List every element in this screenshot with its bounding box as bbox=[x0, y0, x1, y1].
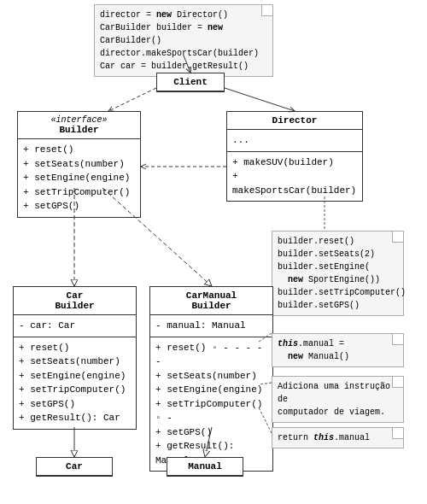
note-manual-l1: this.manual = bbox=[278, 337, 398, 350]
builder-method-1: + reset() bbox=[23, 143, 135, 157]
cmb-method-4: + setTripComputer() ◦ - bbox=[155, 397, 267, 425]
note-make-l4: new SportEngine()) bbox=[278, 273, 398, 286]
cmb-method-3: + setEngine(engine) bbox=[155, 383, 267, 397]
note-adiciona: Adiciona uma instrução de computador de … bbox=[272, 376, 404, 423]
carbuilder-method-2: + setSeats(number) bbox=[19, 355, 131, 369]
note-make-l1: builder.reset() bbox=[278, 235, 398, 248]
note-adiciona-l1: Adiciona uma instrução de bbox=[278, 380, 398, 406]
director-box: Director ... + makeSUV(builder) + makeSp… bbox=[226, 111, 363, 202]
arrow-client-to-director bbox=[225, 88, 295, 111]
note-make-l3: builder.setEngine( bbox=[278, 261, 398, 273]
cmb-method-1: + reset() ◦ - - - - - bbox=[155, 341, 267, 369]
cmb-method-2: + setSeats(number) bbox=[155, 369, 267, 384]
carbuilder-methods: + reset() + setSeats(number) + setEngine… bbox=[14, 337, 136, 429]
director-method-1: + makeSUV(builder) bbox=[232, 155, 357, 170]
director-title: Director bbox=[227, 112, 362, 130]
carbuilder-method-1: + reset() bbox=[19, 341, 131, 355]
note-manual: this.manual = new Manual() bbox=[272, 333, 404, 367]
note-top: director = new Director() CarBuilder bui… bbox=[94, 4, 273, 77]
manual-title: Manual bbox=[167, 458, 243, 476]
builder-title-text: Builder bbox=[59, 125, 98, 135]
client-title: Client bbox=[157, 73, 224, 91]
carbuilder-box: CarBuilder - car: Car + reset() + setSea… bbox=[13, 286, 137, 430]
carbuilder-section1: - car: Car bbox=[14, 315, 136, 337]
director-method-2: + makeSportsCar(builder) bbox=[232, 169, 357, 197]
director-section1: ... bbox=[227, 130, 362, 152]
note-top-line3: director.makeSportsCar(builder) bbox=[100, 47, 267, 60]
builder-method-3: + setEngine(engine) bbox=[23, 171, 135, 185]
note-make-l2: builder.setSeats(2) bbox=[278, 248, 398, 261]
car-box: Car bbox=[36, 457, 113, 477]
note-top-line1: director = new Director() bbox=[100, 9, 267, 21]
note-make: builder.reset() builder.setSeats(2) buil… bbox=[272, 231, 404, 316]
builder-section1: + reset() + setSeats(number) + setEngine… bbox=[18, 139, 140, 217]
carbuilder-method-3: + setEngine(engine) bbox=[19, 369, 131, 384]
builder-method-2: + setSeats(number) bbox=[23, 157, 135, 172]
director-methods: + makeSUV(builder) + makeSportsCar(build… bbox=[227, 152, 362, 202]
note-return-l1: return this.manual bbox=[278, 431, 398, 444]
arrow-client-to-builder bbox=[108, 88, 156, 111]
note-top-line4: Car car = builder.getResult() bbox=[100, 60, 267, 73]
note-make-l6: builder.setGPS() bbox=[278, 299, 398, 312]
note-return: return this.manual bbox=[272, 427, 404, 448]
builder-method-4: + setTripComputer() bbox=[23, 185, 135, 200]
carbuilder-method-4: + setTripComputer() bbox=[19, 383, 131, 397]
carbuilder-title: CarBuilder bbox=[14, 287, 136, 315]
carmanualbuilder-methods: + reset() ◦ - - - - - + setSeats(number)… bbox=[150, 337, 272, 472]
builder-stereotype: «interface» bbox=[23, 115, 135, 125]
note-make-l5: builder.setTripComputer() bbox=[278, 286, 398, 299]
director-dots: ... bbox=[232, 133, 357, 148]
diagram: director = new Director() CarBuilder bui… bbox=[0, 0, 427, 504]
builder-title: «interface» Builder bbox=[18, 112, 140, 139]
carmanualbuilder-box: CarManualBuilder - manual: Manual + rese… bbox=[149, 286, 273, 472]
cmb-method-5: + setGPS() bbox=[155, 425, 267, 440]
builder-box: «interface» Builder + reset() + setSeats… bbox=[17, 111, 141, 218]
client-box: Client bbox=[156, 73, 225, 92]
builder-method-5: + setGPS() bbox=[23, 199, 135, 214]
carbuilder-method-6: + getResult(): Car bbox=[19, 411, 131, 425]
carmanualbuilder-title: CarManualBuilder bbox=[150, 287, 272, 315]
note-adiciona-l2: computador de viagem. bbox=[278, 406, 398, 419]
carmanualbuilder-section1: - manual: Manual bbox=[150, 315, 272, 337]
note-manual-l2: new Manual() bbox=[278, 350, 398, 363]
carbuilder-method-5: + setGPS() bbox=[19, 397, 131, 412]
manual-box: Manual bbox=[167, 457, 243, 477]
note-top-line2: CarBuilder builder = new CarBuilder() bbox=[100, 21, 267, 47]
car-title: Car bbox=[37, 458, 112, 476]
